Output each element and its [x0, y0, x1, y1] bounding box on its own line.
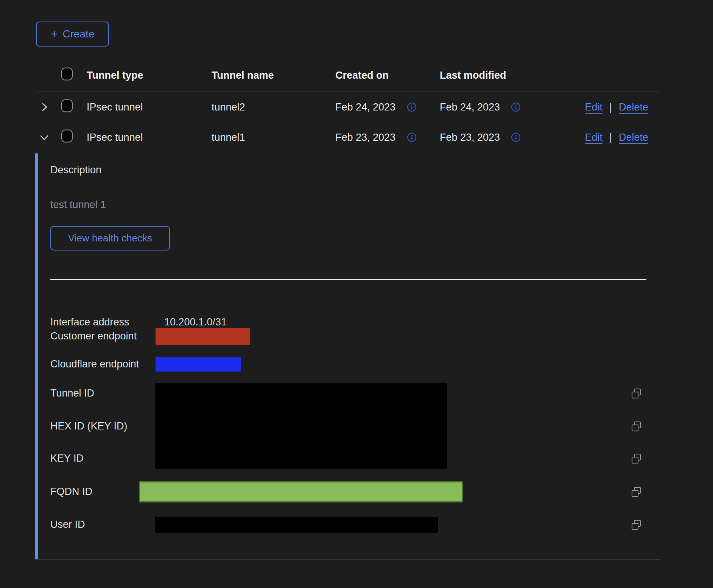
fqdn-id-redacted-value: [139, 481, 463, 502]
key-id-label: KEY ID: [50, 453, 84, 464]
description-label: Description: [50, 164, 101, 176]
tunnel-type-cell: IPsec tunnel: [87, 132, 143, 143]
tunnel-name-cell: tunnel1: [212, 132, 245, 143]
cloudflare-endpoint-label: Cloudflare endpoint: [50, 358, 139, 370]
plus-icon: +: [51, 27, 58, 40]
table-row: IPsec tunnel tunnel2 Feb 24, 2023 Feb 24…: [35, 92, 660, 122]
tunnel-type-cell: IPsec tunnel: [87, 101, 143, 113]
column-header-tunnel-type: Tunnel type: [87, 70, 143, 81]
customer-endpoint-redacted-value: [156, 328, 250, 345]
column-header-tunnel-name: Tunnel name: [212, 70, 274, 81]
cloudflare-endpoint-redacted-value: [156, 357, 241, 372]
expansion-indicator-bar: [35, 153, 38, 559]
description-value: test tunnel 1: [50, 199, 106, 211]
ipsec-tunnels-page: { "toolbar": { "plus_glyph": "+", "creat…: [0, 0, 713, 588]
modified-info-icon[interactable]: [511, 102, 521, 112]
interface-address-value: 10.200.1.0/31: [164, 316, 227, 328]
expansion-bottom-divider: [35, 559, 660, 560]
customer-endpoint-label: Customer endpoint: [50, 330, 137, 342]
copy-tunnel-id-icon[interactable]: [630, 388, 642, 399]
copy-hex-id-icon[interactable]: [630, 421, 642, 432]
table-header: Tunnel type Tunnel name Created on Last …: [35, 59, 660, 92]
interface-address-label: Interface address: [50, 316, 129, 328]
column-header-last-modified: Last modified: [440, 70, 506, 81]
delete-link[interactable]: Delete: [619, 101, 648, 113]
section-divider: [50, 279, 646, 280]
copy-user-id-icon[interactable]: [630, 519, 642, 530]
tunnel-name-cell: tunnel2: [212, 101, 245, 113]
action-separator: |: [609, 101, 612, 113]
action-separator: |: [609, 132, 612, 143]
create-button[interactable]: + Create: [36, 22, 109, 47]
edit-link[interactable]: Edit: [585, 101, 602, 113]
collapse-chevron-down-icon[interactable]: [39, 132, 49, 142]
view-health-checks-button[interactable]: View health checks: [50, 226, 170, 250]
hex-id-label: HEX ID (KEY ID): [50, 420, 128, 432]
created-info-icon[interactable]: [407, 102, 417, 112]
delete-link[interactable]: Delete: [619, 132, 648, 143]
modified-info-icon[interactable]: [511, 132, 521, 142]
copy-key-id-icon[interactable]: [630, 453, 642, 464]
select-all-checkbox[interactable]: [61, 68, 73, 83]
expand-chevron-right-icon[interactable]: [39, 102, 49, 112]
ids-redacted-value: [155, 383, 447, 469]
last-modified-cell: Feb 23, 2023: [440, 132, 500, 143]
column-header-created-on: Created on: [335, 70, 389, 81]
user-id-redacted-value: [155, 517, 438, 533]
tunnel-id-label: Tunnel ID: [50, 387, 94, 399]
created-on-cell: Feb 24, 2023: [335, 101, 395, 113]
created-info-icon[interactable]: [407, 132, 417, 142]
edit-link[interactable]: Edit: [585, 132, 602, 143]
last-modified-cell: Feb 24, 2023: [440, 101, 500, 113]
row-checkbox[interactable]: [61, 100, 73, 115]
user-id-label: User ID: [50, 519, 85, 530]
fqdn-id-label: FQDN ID: [50, 486, 92, 498]
table-row-expanded: IPsec tunnel tunnel1 Feb 23, 2023 Feb 23…: [35, 122, 660, 152]
copy-fqdn-id-icon[interactable]: [630, 486, 642, 498]
create-button-label: Create: [62, 28, 94, 40]
row-checkbox[interactable]: [61, 130, 73, 145]
created-on-cell: Feb 23, 2023: [335, 132, 395, 143]
